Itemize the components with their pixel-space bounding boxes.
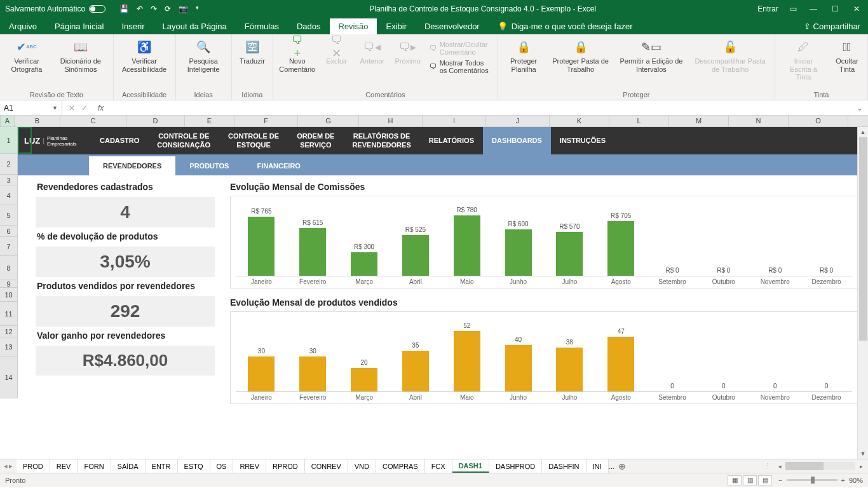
normal-view-button[interactable]: ▦ xyxy=(728,475,742,485)
nav-item[interactable]: DASHBOARDS xyxy=(483,127,551,154)
scroll-up-icon[interactable]: ▲ xyxy=(860,127,866,137)
spellcheck-button[interactable]: ✔ABCVerificar Ortografia xyxy=(4,37,50,73)
protect-sheet-button[interactable]: 🔒Proteger Planilha xyxy=(502,37,546,73)
new-sheet-button[interactable]: ⊕ xyxy=(614,461,630,471)
sheet-tab[interactable]: CONREV xyxy=(305,459,348,473)
row-header[interactable]: 3 xyxy=(0,175,18,186)
sheet-tab[interactable]: OS xyxy=(210,459,234,473)
tab-nav-next-icon[interactable]: ▸ xyxy=(9,462,13,470)
menu-tab-dados[interactable]: Dados xyxy=(288,18,330,34)
autosave-toggle[interactable]: Salvamento Automático xyxy=(5,4,105,13)
col-header[interactable]: M xyxy=(669,116,729,126)
row-header[interactable]: 14 xyxy=(0,356,18,398)
col-header[interactable]: A xyxy=(1,116,15,126)
allow-edit-ranges-button[interactable]: ✎▭Permitir a Edição de Intervalos xyxy=(616,37,688,73)
new-comment-button[interactable]: 🗨+Novo Comentário xyxy=(277,37,318,73)
tab-nav-prev-icon[interactable]: ◂ xyxy=(4,462,8,470)
sheet-tab[interactable]: ESTQ xyxy=(178,459,210,473)
row-header[interactable]: 8 xyxy=(0,256,18,280)
menu-tab-página-inicial[interactable]: Página Inicial xyxy=(46,18,112,34)
hide-ink-button[interactable]: 🖊⃠Ocultar Tinta xyxy=(831,37,864,73)
scroll-thumb[interactable] xyxy=(859,137,867,341)
row-header[interactable]: 13 xyxy=(0,337,18,356)
refresh-icon[interactable]: ⟳ xyxy=(165,4,171,13)
sheet-tab[interactable]: ENTR xyxy=(146,459,178,473)
nav-item[interactable]: RELATÓRIOS xyxy=(420,127,483,154)
col-header[interactable]: F xyxy=(234,116,298,126)
row-headers[interactable]: 1234567891011121314 xyxy=(0,127,18,398)
subtab-revendedores[interactable]: REVENDEDORES xyxy=(89,156,175,175)
subtab-financeiro[interactable]: FINANCEIRO xyxy=(243,156,314,175)
menu-tab-fórmulas[interactable]: Fórmulas xyxy=(236,18,288,34)
camera-icon[interactable]: 📷 xyxy=(179,4,188,13)
row-header[interactable]: 4 xyxy=(0,186,18,205)
sheet-tab[interactable]: RPROD xyxy=(266,459,305,473)
scroll-down-icon[interactable]: ▼ xyxy=(860,449,866,459)
nav-item[interactable]: ORDEM DESERVIÇO xyxy=(288,127,343,154)
save-icon[interactable]: 💾 xyxy=(119,4,129,13)
horizontal-scrollbar[interactable]: ⋮ ◂ ▸ xyxy=(630,462,868,470)
sheet-tab[interactable]: REV xyxy=(50,459,78,473)
sheet-tab[interactable]: SAÍDA xyxy=(111,459,146,473)
zoom-slider[interactable] xyxy=(787,479,837,481)
signin-button[interactable]: Entrar xyxy=(757,4,778,13)
nav-item[interactable]: INSTRUÇÕES xyxy=(551,127,614,154)
sheet-tab[interactable]: VND xyxy=(348,459,376,473)
menu-tab-revisão[interactable]: Revisão xyxy=(330,18,377,34)
menu-tab-desenvolvedor[interactable]: Desenvolvedor xyxy=(416,18,489,34)
hscroll-right-icon[interactable]: ▸ xyxy=(857,463,865,470)
ribbon-display-icon[interactable]: ▭ xyxy=(790,4,797,13)
menu-tab-arquivo[interactable]: Arquivo xyxy=(0,18,46,34)
col-header[interactable]: O xyxy=(789,116,848,126)
translate-button[interactable]: 🈳Traduzir xyxy=(236,37,269,65)
row-header[interactable]: 1 xyxy=(0,127,18,154)
row-header[interactable]: 10 xyxy=(0,288,18,302)
sheet-tab[interactable]: PROD xyxy=(17,459,50,473)
tell-me[interactable]: 💡 Diga-me o que você deseja fazer xyxy=(489,18,642,34)
subtab-produtos[interactable]: PRODUTOS xyxy=(175,156,243,175)
col-header[interactable]: C xyxy=(60,116,126,126)
sheet-tab[interactable]: COMPRAS xyxy=(376,459,425,473)
column-headers[interactable]: ABCDEFGHIJKLMNOP xyxy=(0,116,868,127)
zoom-in-icon[interactable]: + xyxy=(841,477,845,484)
share-button[interactable]: ⇪ Compartilhar xyxy=(796,18,868,34)
hscroll-left-icon[interactable]: ◂ xyxy=(775,463,784,470)
nav-item[interactable]: RELATÓRIOS DEREVENDEDORES xyxy=(343,127,419,154)
undo-icon[interactable]: ↶ xyxy=(137,4,143,13)
col-header[interactable]: P xyxy=(848,116,868,126)
expand-formula-bar-icon[interactable]: ⌄ xyxy=(851,104,868,112)
row-header[interactable]: 6 xyxy=(0,226,18,237)
sheet-content[interactable]: LUZ | Planilhas Empresariais CADASTROCON… xyxy=(18,127,868,459)
col-header[interactable]: B xyxy=(15,116,60,126)
col-header[interactable]: H xyxy=(359,116,423,126)
accessibility-button[interactable]: ♿Verificar Acessibilidade xyxy=(118,37,172,73)
col-header[interactable]: J xyxy=(486,116,550,126)
nav-item[interactable]: CONTROLE DEESTOQUE xyxy=(219,127,288,154)
sheet-tab[interactable]: DASHFIN xyxy=(542,459,586,473)
vertical-scrollbar[interactable]: ▲ ▼ xyxy=(857,127,868,459)
minimize-icon[interactable]: — xyxy=(808,4,818,13)
nav-item[interactable]: CONTROLE DECONSIGNAÇÃO xyxy=(148,127,219,154)
more-tabs[interactable]: ... xyxy=(609,463,614,470)
name-box[interactable]: A1▼ xyxy=(0,100,62,115)
page-layout-button[interactable]: ▥ xyxy=(743,475,757,485)
protect-workbook-button[interactable]: 🔒Proteger Pasta de Trabalho xyxy=(548,37,613,73)
menu-tab-layout-da-página[interactable]: Layout da Página xyxy=(154,18,236,34)
sheet-tab[interactable]: RREV xyxy=(233,459,266,473)
sheet-tab[interactable]: DASHPROD xyxy=(489,459,542,473)
zoom-control[interactable]: − + 90% xyxy=(778,477,863,484)
sheet-tab[interactable]: DASH1 xyxy=(452,459,489,473)
redo-icon[interactable]: ↷ xyxy=(151,4,157,13)
smart-lookup-button[interactable]: 🔍Pesquisa Inteligente xyxy=(180,37,227,73)
row-header[interactable]: 2 xyxy=(0,154,18,175)
col-header[interactable]: E xyxy=(185,116,234,126)
fx-icon[interactable]: fx xyxy=(94,104,107,112)
row-header[interactable]: 7 xyxy=(0,237,18,256)
menu-tab-exibir[interactable]: Exibir xyxy=(377,18,416,34)
col-header[interactable]: L xyxy=(609,116,669,126)
col-header[interactable]: D xyxy=(126,116,185,126)
row-header[interactable]: 9 xyxy=(0,280,18,288)
thesaurus-button[interactable]: 📖Dicionário de Sinônimos xyxy=(52,37,109,73)
sheet-tab[interactable]: FCX xyxy=(425,459,452,473)
nav-item[interactable]: CADASTRO xyxy=(91,127,148,154)
